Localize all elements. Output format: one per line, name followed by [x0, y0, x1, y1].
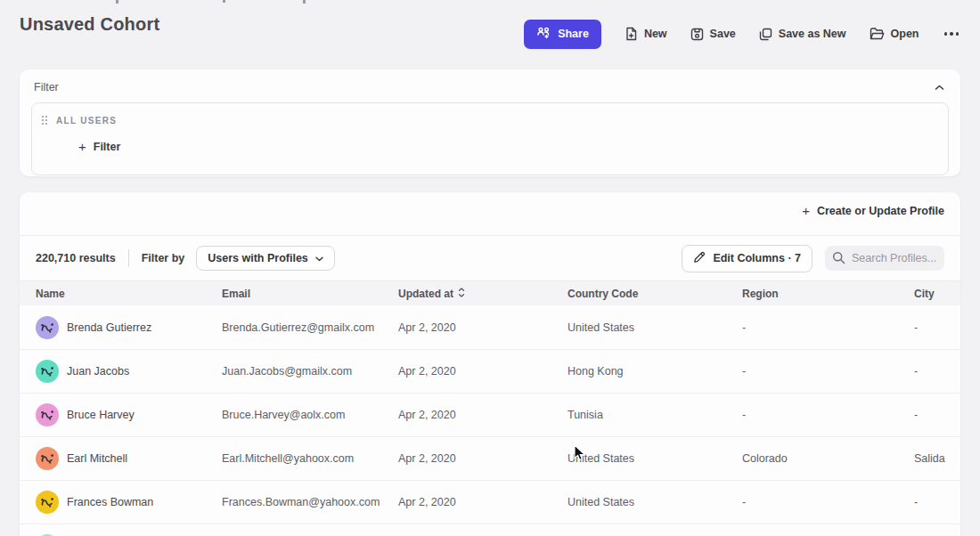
- profile-updated-at: Apr 2, 2020: [398, 321, 456, 334]
- profile-type-dropdown-value: Users with Profiles: [208, 252, 308, 264]
- profile-name: Bruce Harvey: [67, 409, 135, 421]
- profile-email: Brenda.Gutierrez@gmailx.com: [222, 321, 374, 334]
- results-count: 220,710 results: [36, 252, 116, 264]
- collapse-filter-button[interactable]: [933, 78, 946, 95]
- results-bar: 220,710 results Filter by Users with Pro…: [20, 236, 960, 280]
- column-header-email: Email: [206, 288, 382, 300]
- folder-open-icon: [870, 28, 885, 40]
- column-header-city: City: [898, 288, 960, 300]
- avatar: [36, 316, 59, 339]
- chevron-up-icon: [935, 80, 944, 93]
- new-file-icon: [625, 27, 638, 41]
- profile-city: Salida: [914, 452, 945, 465]
- profile-name: Frances Bowman: [67, 496, 153, 508]
- avatar: [36, 403, 59, 426]
- avatar: [36, 491, 59, 514]
- profile-name: Brenda Gutierrez: [67, 321, 151, 334]
- profile-email: Juan.Jacobs@gmailx.com: [222, 365, 352, 378]
- save-button[interactable]: Save: [690, 28, 736, 41]
- column-header-country-code: Country Code: [551, 288, 726, 300]
- table-row[interactable]: Juan Jacobs Juan.Jacobs@gmailx.com Apr 2…: [20, 349, 960, 393]
- profile-city: -: [914, 409, 918, 421]
- column-header-name: Name: [20, 288, 206, 300]
- profile-region: Colorado: [742, 452, 788, 465]
- filter-by-label: Filter by: [142, 252, 185, 264]
- open-button-label: Open: [891, 28, 919, 40]
- save-button-label: Save: [710, 28, 736, 40]
- profiles-panel: + Create or Update Profile 220,710 resul…: [20, 192, 960, 536]
- plus-icon: +: [802, 204, 810, 217]
- separator: [128, 249, 129, 267]
- profile-region: -: [742, 409, 746, 421]
- profile-region: -: [742, 365, 746, 378]
- header-toolbar: Share New Save Save as: [524, 20, 960, 48]
- profile-country-code: United States: [568, 321, 634, 334]
- profile-updated-at: Apr 2, 2020: [398, 452, 456, 465]
- table-row[interactable]: Frances Bowman Frances.Bowman@yahoox.com…: [20, 480, 960, 524]
- edit-columns-label: Edit Columns · 7: [713, 252, 801, 264]
- avatar: [36, 360, 59, 383]
- profile-city: -: [914, 321, 918, 334]
- profile-country-code: United States: [568, 496, 634, 508]
- save-as-new-button-label: Save as New: [779, 28, 846, 40]
- profile-email: Earl.Mitchell@yahoox.com: [222, 452, 354, 465]
- table-body: Brenda Gutierrez Brenda.Gutierrez@gmailx…: [20, 305, 960, 536]
- profile-region: -: [742, 321, 746, 334]
- table-row[interactable]: Brenda Gutierrez Brenda.Gutierrez@gmailx…: [20, 305, 960, 349]
- profile-country-code: United States: [568, 452, 634, 465]
- profile-email: Bruce.Harvey@aolx.com: [222, 409, 345, 421]
- page-title: Unsaved Cohort: [20, 14, 159, 35]
- page-header: Unsaved Cohort Share New: [0, 0, 980, 55]
- profile-updated-at: Apr 2, 2020: [398, 409, 456, 421]
- profile-region: -: [742, 496, 746, 508]
- table-row[interactable]: Earl Mitchell Earl.Mitchell@yahoox.com A…: [20, 436, 960, 480]
- add-filter-button[interactable]: + Filter: [78, 140, 120, 153]
- drag-handle-icon[interactable]: [41, 115, 48, 126]
- profile-updated-at: Apr 2, 2020: [398, 365, 456, 378]
- pencil-icon: [693, 251, 706, 266]
- share-button[interactable]: Share: [524, 20, 601, 49]
- copy-icon: [759, 28, 772, 41]
- column-header-region: Region: [726, 288, 898, 300]
- profile-updated-at: Apr 2, 2020: [398, 496, 456, 508]
- create-or-update-profile-button[interactable]: + Create or Update Profile: [802, 204, 944, 217]
- more-options-button[interactable]: [943, 28, 961, 39]
- profile-email: Frances.Bowman@yahoox.com: [222, 496, 380, 508]
- profile-city: -: [914, 365, 918, 378]
- column-header-updated-at[interactable]: Updated at: [382, 288, 551, 300]
- filter-group-label: ALL USERS: [56, 116, 117, 126]
- filter-panel-label: Filter: [34, 81, 59, 93]
- profile-country-code: Hong Kong: [568, 365, 624, 378]
- save-as-new-button[interactable]: Save as New: [759, 28, 846, 41]
- table-row[interactable]: Bruce Harvey Bruce.Harvey@aolx.com Apr 2…: [20, 393, 960, 436]
- avatar: [36, 447, 59, 470]
- share-button-label: Share: [558, 28, 589, 40]
- new-button-label: New: [644, 28, 667, 40]
- filter-panel: Filter ALL USERS + Filter: [20, 69, 960, 176]
- add-filter-label: Filter: [94, 141, 121, 153]
- table-row[interactable]: [20, 524, 960, 536]
- filter-group: ALL USERS + Filter: [31, 102, 949, 175]
- save-icon: [690, 28, 704, 41]
- plus-icon: +: [78, 140, 86, 153]
- open-button[interactable]: Open: [870, 28, 919, 40]
- profile-country-code: Tunisia: [568, 409, 603, 421]
- profile-name: Juan Jacobs: [67, 365, 129, 378]
- sort-icon: [458, 288, 465, 300]
- chevron-down-icon: [315, 252, 323, 264]
- new-button[interactable]: New: [625, 27, 667, 41]
- profile-type-dropdown[interactable]: Users with Profiles: [196, 246, 335, 271]
- create-button-label: Create or Update Profile: [817, 205, 944, 217]
- profile-city: -: [914, 496, 918, 508]
- edit-columns-button[interactable]: Edit Columns · 7: [682, 245, 813, 272]
- profile-name: Earl Mitchell: [67, 452, 127, 465]
- share-users-icon: [536, 27, 551, 42]
- table-header: Name Email Updated at Country Code Regio…: [20, 280, 960, 305]
